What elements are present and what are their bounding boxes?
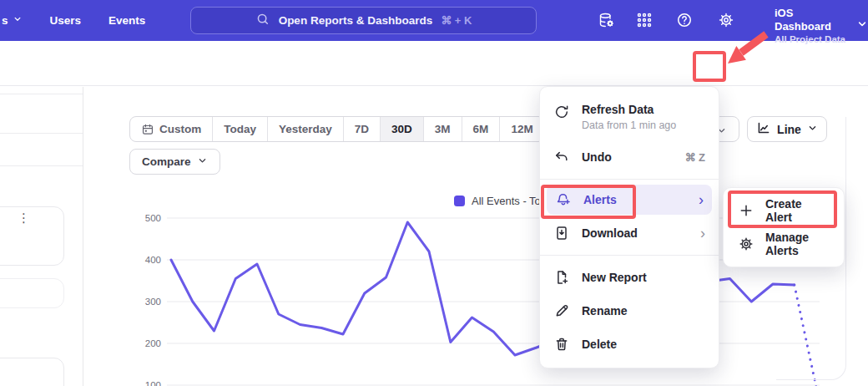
sidebar-card[interactable] <box>0 278 64 308</box>
sidebar-card[interactable]: ⋮ <box>0 206 64 266</box>
date-range-control: CustomTodayYesterday7D30D3M6M12M <box>129 116 545 142</box>
plus-icon <box>738 202 754 219</box>
menu-item-alerts[interactable]: Alerts› <box>547 185 712 215</box>
line-chart-icon <box>756 120 771 138</box>
menu-item-delete[interactable]: Delete <box>540 328 719 361</box>
search-input[interactable]: Open Reports & Dashboards ⌘ + K <box>190 7 537 34</box>
date-range-30d[interactable]: 30D <box>380 117 423 141</box>
search-icon <box>255 12 270 30</box>
date-range-today[interactable]: Today <box>212 117 267 141</box>
project-subtitle: All Project Data <box>775 33 846 45</box>
nav-item-events[interactable]: Events <box>108 14 145 27</box>
date-range-custom[interactable]: Custom <box>130 117 212 141</box>
chevron-down-icon <box>13 14 23 27</box>
more-options-menu: Refresh DataData from 1 min agoUndo⌘ ZAl… <box>539 86 719 368</box>
pencil-icon <box>553 302 570 319</box>
search-placeholder: Open Reports & Dashboards <box>279 14 433 27</box>
date-range-yesterday[interactable]: Yesterday <box>267 117 343 141</box>
chevron-right-icon: › <box>699 192 704 207</box>
menu-item-rename[interactable]: Rename <box>540 294 719 328</box>
chevron-down-icon <box>807 123 818 136</box>
calendar-icon <box>141 123 154 136</box>
chart-type-button[interactable]: Line <box>747 116 827 142</box>
compare-label: Compare <box>142 155 191 168</box>
menu-separator <box>540 179 719 180</box>
chevron-down-icon <box>856 18 868 33</box>
sidebar-card[interactable] <box>0 358 64 386</box>
bell-plus-icon <box>555 191 572 208</box>
new-report-icon <box>553 269 570 286</box>
menu-item-undo[interactable]: Undo⌘ Z <box>540 140 719 174</box>
kebab-menu-icon[interactable]: ⋮ <box>18 211 30 226</box>
apps-grid-icon[interactable] <box>635 11 654 29</box>
nav-item-truncated[interactable]: s <box>2 14 23 27</box>
menu-item-create-alert[interactable]: Create Alert <box>724 194 844 227</box>
y-axis-tick: 300 <box>145 297 161 307</box>
menu-item-sublabel: Data from 1 min ago <box>582 119 676 131</box>
date-range-6m[interactable]: 6M <box>462 117 500 141</box>
help-icon[interactable] <box>675 11 694 29</box>
undo-icon <box>553 149 570 165</box>
y-axis-tick: 500 <box>145 213 161 223</box>
menu-item-manage-alerts[interactable]: Manage Alerts <box>724 227 844 261</box>
top-navigation-bar: s Users Events Open Reports & Dashboards… <box>0 0 868 41</box>
app-window: 500400300200100 All Events - Total ⋮ Cus… <box>0 0 868 386</box>
menu-separator <box>540 255 719 256</box>
menu-item-refresh-data[interactable]: Refresh DataData from 1 min ago <box>540 95 719 140</box>
sidebar-divider <box>83 87 83 386</box>
refresh-icon <box>553 104 570 120</box>
compare-button[interactable]: Compare <box>129 149 220 175</box>
report-header <box>0 41 868 86</box>
y-axis-tick: 400 <box>145 255 161 265</box>
y-axis-tick: 200 <box>145 338 161 348</box>
date-range-7d[interactable]: 7D <box>343 117 380 141</box>
alerts-submenu: Create AlertManage Alerts <box>723 187 845 267</box>
legend-swatch <box>454 196 465 206</box>
date-range-3m[interactable]: 3M <box>423 117 462 141</box>
trash-icon <box>553 336 570 353</box>
chart-type-label: Line <box>777 123 801 136</box>
project-title: iOS Dashboard <box>775 7 846 33</box>
menu-item-download[interactable]: Download› <box>540 216 719 250</box>
project-selector[interactable]: iOS Dashboard All Project Data <box>775 7 868 45</box>
chart-legend: All Events - Total <box>454 195 553 207</box>
search-shortcut: ⌘ + K <box>441 14 472 27</box>
sidebar-row-divider <box>0 133 83 134</box>
download-icon <box>553 225 570 241</box>
chevron-right-icon: › <box>700 226 705 241</box>
menu-item-new-report[interactable]: New Report <box>540 261 719 294</box>
y-axis-tick: 100 <box>145 380 161 386</box>
date-range-12m[interactable]: 12M <box>499 117 543 141</box>
sidebar-row-divider <box>0 165 83 166</box>
nav-item-users[interactable]: Users <box>50 14 82 27</box>
gear-icon <box>738 236 754 252</box>
settings-gear-icon[interactable] <box>717 11 735 29</box>
chevron-down-icon <box>197 155 208 169</box>
keyboard-shortcut: ⌘ Z <box>684 151 705 164</box>
data-management-icon[interactable] <box>597 11 615 29</box>
sidebar-row-divider <box>0 94 83 94</box>
